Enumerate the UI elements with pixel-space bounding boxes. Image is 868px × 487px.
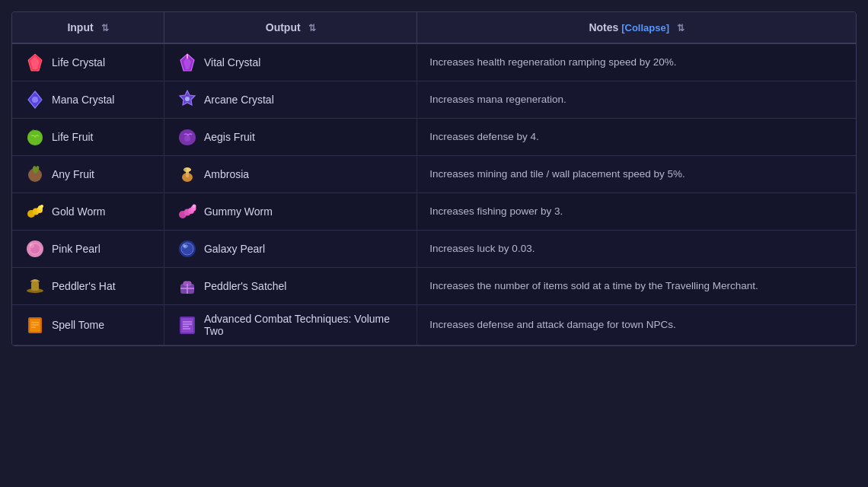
input-cell-1: Mana Crystal	[12, 81, 164, 119]
notes-text: Increases defense by 4.	[429, 131, 538, 142]
input-item-name: Life Fruit	[52, 131, 93, 143]
input-icon-life-crystal	[24, 52, 46, 73]
input-cell-5: Pink Pearl	[12, 231, 164, 268]
input-cell-7: Spell Tome	[12, 305, 164, 345]
table-row: Pink PearlGalaxy PearlIncreases luck by …	[12, 231, 856, 268]
table-row: Gold WormGummy WormIncreases fishing pow…	[12, 193, 856, 231]
output-cell-7: Advanced Combat Techniques: Volume Two	[164, 305, 416, 345]
svg-point-30	[181, 243, 193, 255]
notes-text: Increases fishing power by 3.	[429, 205, 563, 217]
output-cell-2: Aegis Fruit	[164, 119, 416, 156]
input-icon-any-fruit	[24, 164, 46, 185]
notes-cell-4: Increases fishing power by 3.	[417, 193, 856, 231]
svg-point-32	[183, 244, 186, 247]
input-icon-life-fruit	[24, 126, 46, 148]
output-icon-galaxy-pearl	[177, 238, 198, 259]
input-cell-0: Life Crystal	[12, 43, 164, 81]
notes-cell-3: Increases mining and tile / wall placeme…	[417, 156, 856, 193]
input-item-name: Peddler's Hat	[52, 280, 116, 292]
output-item-name: Galaxy Pearl	[204, 243, 265, 255]
output-icon-gummy-worm	[177, 201, 198, 222]
table-body: Life CrystalVital CrystalIncreases healt…	[12, 43, 856, 345]
input-item-name: Gold Worm	[52, 205, 106, 218]
notes-text: Increases luck by 0.03.	[429, 243, 535, 254]
svg-point-20	[40, 205, 43, 208]
output-item-name: Aegis Fruit	[204, 131, 255, 143]
output-icon-advanced-combat	[177, 314, 198, 336]
output-icon-ambrosia	[177, 164, 198, 185]
output-icon-peddler-satchel	[177, 275, 198, 297]
main-table-container: Input ⇅ Output ⇅ Notes [Collapse] ⇅ Life…	[11, 11, 857, 346]
output-item-name: Peddler's Satchel	[204, 280, 287, 292]
input-cell-6: Peddler's Hat	[12, 268, 164, 305]
crafting-table: Input ⇅ Output ⇅ Notes [Collapse] ⇅ Life…	[12, 12, 856, 345]
notes-text: Increases mana regeneration.	[429, 94, 566, 105]
table-row: Life FruitAegis FruitIncreases defense b…	[12, 119, 856, 156]
output-item-name: Gummy Worm	[204, 205, 273, 218]
input-icon-peddler-hat	[24, 275, 46, 297]
header-output-label: Output	[266, 21, 301, 33]
table-row: Life CrystalVital CrystalIncreases healt…	[12, 43, 856, 81]
table-header-row: Input ⇅ Output ⇅ Notes [Collapse] ⇅	[12, 12, 856, 43]
notes-text: Increases health regeneration ramping sp…	[429, 56, 676, 68]
sort-notes-icon[interactable]: ⇅	[677, 23, 685, 33]
table-row: Mana CrystalArcane CrystalIncreases mana…	[12, 81, 856, 119]
notes-text: Increases the number of items sold at a …	[429, 280, 758, 291]
output-icon-arcane-crystal	[177, 89, 198, 110]
notes-cell-0: Increases health regeneration ramping sp…	[417, 43, 856, 81]
notes-text: Increases mining and tile / wall placeme…	[429, 168, 685, 180]
header-output[interactable]: Output ⇅	[164, 12, 416, 43]
header-input[interactable]: Input ⇅	[12, 12, 164, 43]
output-icon-vital-crystal	[177, 52, 198, 73]
output-cell-4: Gummy Worm	[164, 193, 416, 231]
table-row: Peddler's HatPeddler's SatchelIncreases …	[12, 268, 856, 305]
sort-output-icon[interactable]: ⇅	[308, 23, 316, 33]
input-cell-3: Any Fruit	[12, 156, 164, 193]
collapse-button[interactable]: [Collapse]	[621, 22, 669, 33]
output-icon-aegis-fruit	[177, 126, 198, 148]
input-item-name: Mana Crystal	[52, 94, 114, 106]
output-item-name: Ambrosia	[204, 168, 249, 180]
input-item-name: Spell Tome	[52, 319, 104, 331]
input-item-name: Any Fruit	[52, 168, 94, 180]
input-cell-2: Life Fruit	[12, 119, 164, 156]
table-row: Any FruitAmbrosiaIncreases mining and ti…	[12, 156, 856, 193]
notes-cell-6: Increases the number of items sold at a …	[417, 268, 856, 305]
output-cell-5: Galaxy Pearl	[164, 231, 416, 268]
notes-cell-1: Increases mana regeneration.	[417, 81, 856, 119]
input-icon-mana-crystal	[24, 89, 46, 110]
table-row: Spell TomeAdvanced Combat Techniques: Vo…	[12, 305, 856, 345]
output-cell-6: Peddler's Satchel	[164, 268, 416, 305]
output-cell-1: Arcane Crystal	[164, 81, 416, 119]
input-icon-pink-pearl	[24, 238, 46, 259]
svg-rect-34	[31, 282, 39, 291]
output-item-name: Arcane Crystal	[204, 94, 274, 106]
notes-cell-7: Increases defense and attack damage for …	[417, 305, 856, 345]
svg-point-6	[32, 97, 38, 103]
header-input-label: Input	[67, 21, 93, 33]
output-item-name: Advanced Combat Techniques: Volume Two	[204, 313, 404, 337]
header-notes-label: Notes	[589, 21, 618, 33]
notes-cell-5: Increases luck by 0.03.	[417, 231, 856, 268]
output-item-name: Vital Crystal	[204, 56, 260, 68]
output-cell-0: Vital Crystal	[164, 43, 416, 81]
input-item-name: Pink Pearl	[52, 243, 101, 255]
input-item-name: Life Crystal	[52, 56, 105, 68]
svg-point-8	[185, 97, 190, 101]
input-icon-spell-tome	[24, 314, 46, 336]
input-icon-gold-worm	[24, 201, 46, 222]
svg-rect-45	[181, 318, 193, 333]
svg-point-28	[30, 244, 40, 254]
svg-point-9	[184, 135, 190, 142]
output-cell-3: Ambrosia	[164, 156, 416, 193]
header-notes[interactable]: Notes [Collapse] ⇅	[417, 12, 856, 43]
svg-point-25	[192, 205, 196, 208]
sort-input-icon[interactable]: ⇅	[101, 23, 109, 33]
input-cell-4: Gold Worm	[12, 193, 164, 231]
notes-cell-2: Increases defense by 4.	[417, 119, 856, 156]
notes-text: Increases defense and attack damage for …	[429, 319, 675, 330]
